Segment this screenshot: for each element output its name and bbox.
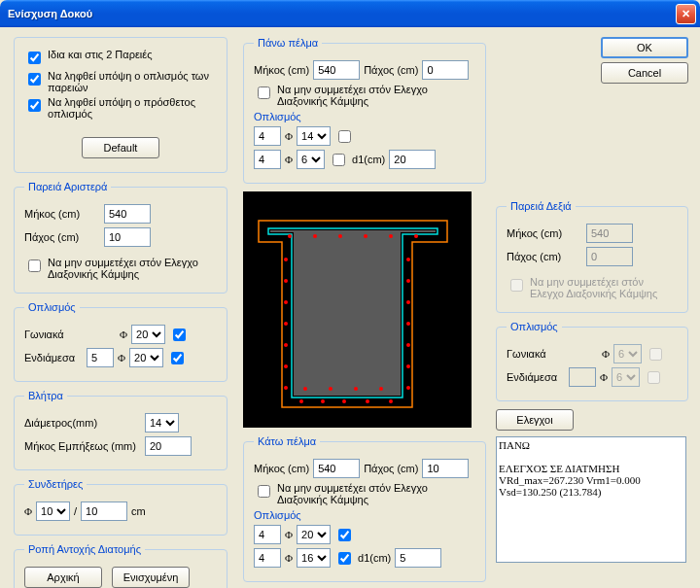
right-reinf-group: Οπλισμός Γωνιακά Φ 6 Ενδιάμεσα Φ 6 [496, 321, 688, 401]
left-reinf-group: Οπλισμός Γωνιακά Φ 20 Ενδιάμεσα Φ 20 [14, 301, 228, 382]
phi-t2: Φ [285, 154, 293, 165]
left-exclude-checkbox[interactable] [28, 259, 41, 272]
left-corner-phi-select[interactable]: 20 [131, 325, 165, 344]
top-exclude-checkbox[interactable] [258, 86, 270, 99]
bot-d1-label: d1(cm) [358, 552, 391, 564]
ok-button[interactable]: OK [601, 37, 688, 58]
right-corner-label: Γωνιακά [507, 348, 565, 360]
bot-exclude-checkbox[interactable] [258, 485, 270, 498]
bot-thickness-label: Πάχος (cm) [364, 463, 418, 474]
strengthened-button[interactable]: Ενισχυμένη [112, 567, 190, 588]
cancel-button[interactable]: Cancel [601, 62, 688, 84]
phi-r2: Φ [600, 371, 608, 383]
consider-side-reinf-checkbox[interactable] [28, 73, 41, 86]
left-side-legend: Παρειά Αριστερά [24, 181, 111, 192]
right-corner-phi-select: 6 [613, 344, 642, 363]
default-button[interactable]: Default [82, 137, 159, 158]
initial-button[interactable]: Αρχική [24, 567, 102, 588]
top-r2-n-input[interactable] [254, 150, 281, 169]
svg-point-21 [321, 399, 325, 403]
right-exclude-label: Να μην συμμετέχει στόν Ελεγχο Διαξονικής… [530, 276, 678, 299]
dowel-len-input[interactable] [145, 436, 192, 456]
top-r1-n-input[interactable] [254, 126, 281, 146]
bot-r2-phi-select[interactable]: 16 [297, 548, 331, 568]
top-d1-label: d1(cm) [352, 154, 385, 165]
bot-r1-n-input[interactable] [254, 525, 281, 544]
left-length-input[interactable] [104, 204, 151, 224]
bot-d1-input[interactable] [395, 548, 441, 568]
svg-point-9 [284, 322, 288, 326]
top-thickness-label: Πάχος (cm) [364, 64, 418, 76]
phi-b1: Φ [285, 529, 293, 540]
tie-dist-input[interactable] [81, 502, 127, 521]
ties-group: Συνδετήρες Φ 10 / cm [14, 478, 228, 536]
svg-point-0 [288, 234, 292, 238]
svg-point-10 [284, 343, 288, 347]
svg-point-12 [284, 386, 288, 390]
top-d1-input[interactable] [389, 150, 436, 169]
svg-point-1 [313, 234, 317, 238]
left-mid-checkbox[interactable] [171, 352, 184, 364]
svg-point-23 [366, 399, 369, 403]
top-thickness-input[interactable] [422, 60, 469, 80]
left-mid-label: Ενδιάμεσα [24, 352, 83, 363]
right-side-legend: Παρειά Δεξιά [507, 200, 576, 212]
left-reinf-legend: Οπλισμός [24, 301, 80, 313]
phi-t1: Φ [285, 130, 293, 142]
bottom-flange-legend: Κάτω πέλμα [254, 435, 320, 447]
left-thickness-input[interactable] [104, 227, 151, 247]
top-reinf-label: Οπλισμός [254, 111, 475, 122]
consider-extra-reinf-label: Να ληφθεί υπόψη ο πρόσθετος οπλισμός [48, 96, 217, 120]
left-mid-phi-select[interactable]: 20 [129, 348, 163, 367]
top-r2-phi-select[interactable]: 6 [297, 150, 325, 169]
right-mid-n-input [569, 367, 596, 387]
top-flange-legend: Πάνω πέλμα [254, 37, 322, 49]
right-reinf-legend: Οπλισμός [507, 321, 562, 332]
same-both-sides-checkbox[interactable] [28, 52, 41, 64]
bottom-flange-group: Κάτω πέλμα Μήκος (cm) Πάχος (cm) Να μην … [243, 435, 486, 582]
phi-b2: Φ [285, 552, 293, 564]
tie-phi-select[interactable]: 10 [36, 502, 70, 521]
results-textarea[interactable] [496, 436, 686, 563]
consider-extra-reinf-checkbox[interactable] [28, 99, 41, 112]
dowel-diam-select[interactable]: 14 [145, 413, 179, 432]
bot-r1-checkbox[interactable] [338, 529, 351, 541]
left-mid-n-input[interactable] [87, 348, 114, 367]
bot-r2-n-input[interactable] [254, 548, 281, 568]
top-r2-checkbox[interactable] [332, 154, 345, 166]
top-length-label: Μήκος (cm) [254, 64, 309, 76]
svg-point-15 [406, 300, 410, 304]
ties-legend: Συνδετήρες [24, 478, 87, 490]
dowels-legend: Βλήτρα [24, 390, 67, 401]
svg-point-26 [329, 387, 332, 391]
left-exclude-label: Να μην συμμετέχει στόν Ελεγχο Διαξονικής… [48, 257, 217, 280]
top-flange-group: Πάνω πέλμα Μήκος (cm) Πάχος (cm) Να μην … [243, 37, 486, 184]
moment-legend: Ροπή Αντοχής Διατομής [24, 543, 145, 555]
svg-point-2 [338, 234, 342, 238]
right-mid-phi-select: 6 [612, 367, 640, 387]
left-corner-checkbox[interactable] [173, 329, 186, 341]
top-length-input[interactable] [313, 60, 360, 80]
window-title: Ενίσχυση Δοκού [8, 8, 676, 19]
left-length-label: Μήκος (cm) [24, 208, 100, 220]
checks-button[interactable]: Ελεγχοι [496, 409, 574, 431]
right-length-label: Μήκος (cm) [507, 227, 582, 239]
top-r1-checkbox[interactable] [338, 130, 351, 143]
cm-label: cm [131, 505, 146, 517]
bot-length-input[interactable] [313, 459, 360, 478]
svg-point-6 [284, 258, 288, 261]
right-thickness-input [586, 247, 633, 266]
bot-r2-checkbox[interactable] [338, 552, 351, 565]
svg-point-4 [389, 234, 393, 238]
bot-exclude-label: Να μην συμμετέχει στόν Ελεγχο Διαξονικής… [277, 482, 475, 505]
bot-thickness-input[interactable] [422, 459, 469, 478]
close-icon: ✕ [682, 8, 690, 20]
bot-r1-phi-select[interactable]: 20 [297, 525, 331, 544]
right-corner-checkbox [649, 348, 662, 361]
top-r1-phi-select[interactable]: 14 [297, 126, 331, 146]
close-button[interactable]: ✕ [676, 4, 696, 24]
left-thickness-label: Πάχος (cm) [24, 231, 100, 243]
same-both-sides-label: Ιδια και στις 2 Παρειές [48, 49, 217, 60]
consider-side-reinf-label: Να ληφθεί υπόψη ο οπλισμός των παρειών [48, 70, 217, 93]
dowel-diam-label: Διάμετρος(mm) [24, 417, 141, 429]
